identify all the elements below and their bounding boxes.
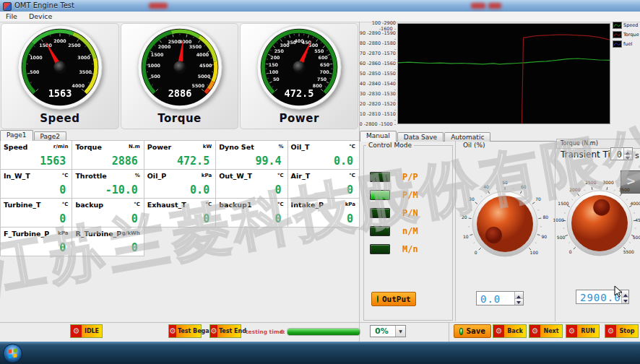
- testing-time-label: testing time:: [246, 329, 285, 335]
- back-label: Back: [504, 325, 526, 337]
- svg-text:2500: 2500: [68, 43, 81, 48]
- svg-text:700: 700: [320, 69, 330, 74]
- table-cell-empty: [216, 228, 287, 256]
- svg-text:650: 650: [320, 62, 330, 67]
- svg-text:3500: 3500: [619, 187, 630, 192]
- transient-time-value: 0: [611, 148, 623, 160]
- svg-text:472.5: 472.5: [285, 87, 314, 99]
- mode-p-p[interactable]: P/P: [370, 172, 418, 182]
- cell-unit: g/kWh: [122, 230, 140, 236]
- cell-label: backup: [75, 201, 103, 209]
- divider: [555, 141, 555, 321]
- table-cell-speed: Speedr/min1563: [1, 141, 72, 170]
- next-button[interactable]: ⚙ Next: [529, 324, 563, 338]
- legend-torque[interactable]: Torque: [613, 30, 640, 39]
- back-button[interactable]: ⚙ Back: [493, 324, 527, 338]
- control-mode-title: Control Mode: [366, 142, 414, 149]
- svg-text:5500: 5500: [623, 249, 634, 254]
- legend-fuel[interactable]: fuel: [613, 39, 640, 48]
- test-end-button[interactable]: ⚙ Test End: [209, 324, 241, 338]
- progress-bar: [287, 328, 360, 336]
- svg-text:50: 50: [502, 180, 508, 185]
- cell-value: 1563: [40, 155, 66, 168]
- save-button[interactable]: Save: [454, 324, 491, 338]
- svg-text:20: 20: [462, 214, 467, 220]
- svg-text:500: 500: [150, 74, 160, 79]
- cell-value: 0: [275, 183, 282, 196]
- mode-p-m[interactable]: P/M: [370, 190, 418, 200]
- svg-text:0: 0: [475, 250, 477, 255]
- output-button[interactable]: OutPut: [371, 292, 416, 306]
- tab-data-save[interactable]: Data Save: [397, 132, 444, 142]
- spinner-arrows[interactable]: [623, 148, 632, 160]
- mode-p-n[interactable]: P/N: [370, 208, 418, 218]
- svg-text:30: 30: [469, 196, 475, 202]
- torque-knob[interactable]: 0500100015002000250030003500400045005000…: [550, 173, 640, 272]
- gear-icon: ⚙: [605, 325, 616, 337]
- stop-button[interactable]: ⚙ Stop: [605, 324, 639, 338]
- cell-label: In_W_T: [4, 172, 30, 180]
- idle-button[interactable]: ⚙ IDLE: [70, 324, 103, 338]
- tab-automatic[interactable]: Automatic: [444, 132, 490, 142]
- percent-dropdown[interactable]: 0% ▼: [370, 325, 406, 337]
- spin-down-icon[interactable]: [624, 155, 632, 160]
- mode-m-n[interactable]: M/n: [370, 244, 418, 254]
- mode-n-m[interactable]: n/M: [370, 226, 418, 236]
- cell-value: 0: [131, 241, 138, 254]
- start-button[interactable]: [2, 343, 23, 364]
- svg-text:100: 100: [269, 69, 279, 74]
- spin-up-icon[interactable]: [624, 148, 632, 155]
- app-window: OMT Engine Test FileDevice 5001000150020…: [0, 0, 640, 364]
- cell-value: 0: [59, 183, 66, 196]
- svg-text:3000: 3000: [77, 55, 90, 60]
- svg-text:1000: 1000: [30, 55, 43, 60]
- cell-value: 99.4: [255, 155, 281, 168]
- svg-text:80: 80: [542, 214, 548, 220]
- tab-manual[interactable]: Manual: [360, 131, 397, 142]
- spin-down-icon[interactable]: [515, 299, 523, 306]
- svg-text:500: 500: [30, 69, 40, 74]
- cell-unit: °C: [62, 202, 69, 207]
- svg-text:600: 600: [319, 55, 329, 60]
- run-label: RUN: [577, 325, 599, 337]
- table-cell-torque: TorqueN.m2886: [72, 141, 144, 170]
- svg-text:4000: 4000: [196, 52, 209, 57]
- led-icon: [370, 226, 390, 236]
- cell-label: Turbine_T: [4, 201, 40, 209]
- redaction-mark: [149, 3, 168, 9]
- svg-text:2000: 2000: [569, 187, 580, 192]
- led-icon: [370, 190, 390, 200]
- svg-text:90: 90: [541, 234, 547, 239]
- svg-text:2000: 2000: [53, 38, 66, 43]
- svg-text:50: 50: [273, 77, 280, 82]
- cell-label: Intake_P: [291, 201, 324, 209]
- chart-axis-row: 60 -2860 -1560 -: [357, 61, 396, 66]
- cell-label: Torque: [75, 143, 101, 151]
- cell-unit: %: [279, 144, 284, 150]
- tab-page1[interactable]: Page1: [0, 130, 33, 141]
- legend-speed[interactable]: Speed: [613, 20, 640, 30]
- oil-setpoint-input[interactable]: 0.0: [476, 291, 524, 306]
- mode-label: P/P: [402, 172, 418, 182]
- menu-item-device[interactable]: Device: [23, 12, 59, 21]
- gauge-power: 5010015020025030035040045050055060065070…: [240, 23, 358, 129]
- led-icon: [459, 328, 463, 335]
- svg-text:5000: 5000: [197, 74, 210, 79]
- cell-unit: kW: [203, 144, 212, 150]
- test-begin-button[interactable]: ⚙ Test Begar: [168, 324, 202, 338]
- oil-knob[interactable]: 0102030405060708090100: [456, 173, 554, 273]
- svg-text:40: 40: [483, 184, 489, 189]
- redaction-mark: [488, 3, 501, 9]
- cell-unit: °C: [277, 202, 284, 207]
- test-begin-label: Test Begar: [176, 325, 214, 337]
- table-cell-out-w-t: Out_W_T°C0: [216, 170, 287, 199]
- svg-text:500: 500: [309, 43, 319, 48]
- menu-item-file[interactable]: File: [0, 12, 23, 21]
- spinner-arrows[interactable]: [514, 292, 523, 305]
- run-button[interactable]: ⚙ RUN: [566, 324, 600, 338]
- spin-up-icon[interactable]: [515, 292, 523, 299]
- gear-icon: ⚙: [566, 325, 577, 337]
- svg-text:3500: 3500: [79, 69, 92, 74]
- transient-time-input[interactable]: 0: [610, 147, 633, 160]
- cell-label: Throttle: [75, 172, 106, 180]
